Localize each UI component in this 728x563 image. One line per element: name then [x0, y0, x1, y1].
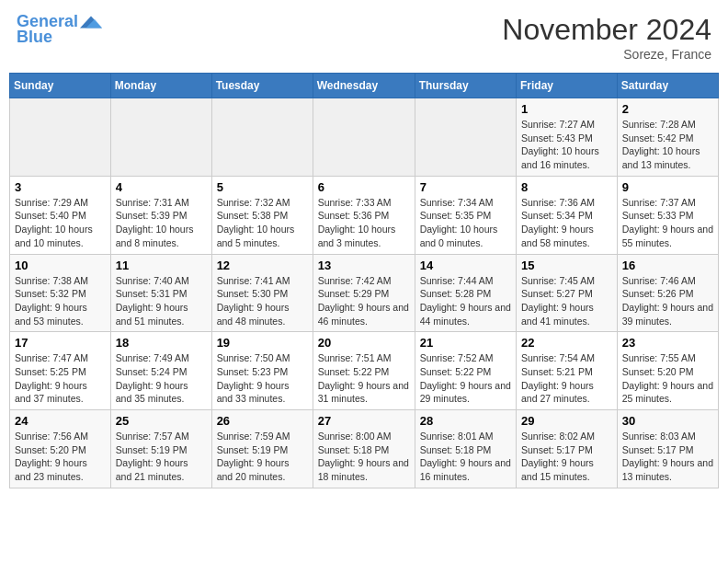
- day-number: 25: [116, 414, 207, 428]
- day-info: Sunrise: 7:41 AMSunset: 5:30 PMDaylight:…: [217, 274, 308, 328]
- day-info: Sunrise: 7:37 AMSunset: 5:33 PMDaylight:…: [622, 196, 713, 250]
- day-info: Sunrise: 7:54 AMSunset: 5:21 PMDaylight:…: [521, 351, 612, 406]
- day-info: Sunrise: 7:27 AMSunset: 5:43 PMDaylight:…: [521, 118, 612, 172]
- logo: General Blue: [17, 13, 102, 47]
- calendar-cell: 7Sunrise: 7:34 AMSunset: 5:35 PMDaylight…: [415, 176, 516, 254]
- day-info: Sunrise: 7:28 AMSunset: 5:42 PMDaylight:…: [622, 118, 713, 172]
- header-friday: Friday: [517, 74, 618, 98]
- day-info: Sunrise: 8:00 AMSunset: 5:18 PMDaylight:…: [318, 430, 410, 484]
- calendar-cell: 4Sunrise: 7:31 AMSunset: 5:39 PMDaylight…: [110, 176, 211, 254]
- header-tuesday: Tuesday: [211, 74, 313, 98]
- day-number: 13: [318, 259, 410, 272]
- day-info: Sunrise: 7:40 AMSunset: 5:31 PMDaylight:…: [116, 274, 207, 328]
- header-wednesday: Wednesday: [313, 74, 415, 98]
- header-saturday: Saturday: [617, 74, 718, 98]
- day-info: Sunrise: 7:33 AMSunset: 5:36 PMDaylight:…: [318, 196, 410, 250]
- calendar-cell: 8Sunrise: 7:36 AMSunset: 5:34 PMDaylight…: [517, 176, 618, 254]
- calendar-cell: 3Sunrise: 7:29 AMSunset: 5:40 PMDaylight…: [10, 176, 111, 254]
- day-info: Sunrise: 7:36 AMSunset: 5:34 PMDaylight:…: [521, 196, 612, 250]
- day-info: Sunrise: 7:45 AMSunset: 5:27 PMDaylight:…: [521, 274, 612, 328]
- day-number: 1: [521, 102, 612, 116]
- day-number: 6: [318, 180, 410, 194]
- calendar-cell: 16Sunrise: 7:46 AMSunset: 5:26 PMDayligh…: [617, 254, 718, 332]
- calendar-cell: 15Sunrise: 7:45 AMSunset: 5:27 PMDayligh…: [517, 254, 618, 332]
- calendar-cell: 12Sunrise: 7:41 AMSunset: 5:30 PMDayligh…: [211, 254, 313, 332]
- day-number: 20: [318, 336, 410, 350]
- day-info: Sunrise: 7:49 AMSunset: 5:24 PMDaylight:…: [116, 351, 207, 406]
- header-sunday: Sunday: [10, 74, 111, 98]
- day-number: 24: [15, 414, 106, 428]
- calendar-week-5: 24Sunrise: 7:56 AMSunset: 5:20 PMDayligh…: [10, 410, 719, 488]
- calendar-week-2: 3Sunrise: 7:29 AMSunset: 5:40 PMDaylight…: [10, 176, 719, 254]
- day-number: 29: [521, 414, 612, 428]
- calendar-week-4: 17Sunrise: 7:47 AMSunset: 5:25 PMDayligh…: [10, 332, 719, 410]
- day-info: Sunrise: 7:50 AMSunset: 5:23 PMDaylight:…: [217, 351, 308, 406]
- calendar-cell: 24Sunrise: 7:56 AMSunset: 5:20 PMDayligh…: [10, 410, 111, 488]
- calendar-cell: 26Sunrise: 7:59 AMSunset: 5:19 PMDayligh…: [211, 410, 313, 488]
- header-monday: Monday: [110, 74, 211, 98]
- day-info: Sunrise: 7:46 AMSunset: 5:26 PMDaylight:…: [622, 274, 713, 328]
- calendar-cell: [415, 98, 516, 177]
- calendar-cell: [313, 98, 415, 177]
- calendar-table: SundayMondayTuesdayWednesdayThursdayFrid…: [9, 73, 719, 488]
- day-number: 15: [521, 259, 612, 272]
- calendar-cell: 14Sunrise: 7:44 AMSunset: 5:28 PMDayligh…: [415, 254, 516, 332]
- calendar-cell: [211, 98, 313, 177]
- day-number: 23: [622, 336, 713, 350]
- day-number: 19: [217, 336, 308, 350]
- calendar-week-3: 10Sunrise: 7:38 AMSunset: 5:32 PMDayligh…: [10, 254, 719, 332]
- day-number: 28: [420, 414, 511, 428]
- calendar-cell: 27Sunrise: 8:00 AMSunset: 5:18 PMDayligh…: [313, 410, 415, 488]
- calendar-cell: 28Sunrise: 8:01 AMSunset: 5:18 PMDayligh…: [415, 410, 516, 488]
- day-info: Sunrise: 7:44 AMSunset: 5:28 PMDaylight:…: [420, 274, 511, 328]
- day-number: 11: [116, 259, 207, 272]
- day-number: 22: [521, 336, 612, 350]
- calendar-cell: 13Sunrise: 7:42 AMSunset: 5:29 PMDayligh…: [313, 254, 415, 332]
- calendar-cell: 9Sunrise: 7:37 AMSunset: 5:33 PMDaylight…: [617, 176, 718, 254]
- month-title: November 2024: [502, 13, 711, 47]
- day-info: Sunrise: 7:59 AMSunset: 5:19 PMDaylight:…: [217, 430, 308, 484]
- day-info: Sunrise: 7:47 AMSunset: 5:25 PMDaylight:…: [15, 351, 106, 406]
- calendar-cell: 23Sunrise: 7:55 AMSunset: 5:20 PMDayligh…: [617, 332, 718, 410]
- day-number: 7: [420, 180, 511, 194]
- day-info: Sunrise: 7:34 AMSunset: 5:35 PMDaylight:…: [420, 196, 511, 250]
- title-block: November 2024 Soreze, France: [502, 13, 711, 62]
- day-number: 14: [420, 259, 511, 272]
- day-info: Sunrise: 8:02 AMSunset: 5:17 PMDaylight:…: [521, 430, 612, 484]
- calendar-header: SundayMondayTuesdayWednesdayThursdayFrid…: [10, 74, 719, 98]
- calendar-cell: 29Sunrise: 8:02 AMSunset: 5:17 PMDayligh…: [517, 410, 618, 488]
- day-number: 18: [116, 336, 207, 350]
- calendar-cell: 30Sunrise: 8:03 AMSunset: 5:17 PMDayligh…: [617, 410, 718, 488]
- day-number: 10: [15, 259, 106, 272]
- day-info: Sunrise: 7:55 AMSunset: 5:20 PMDaylight:…: [622, 351, 713, 406]
- header-thursday: Thursday: [415, 74, 516, 98]
- day-number: 3: [15, 180, 106, 194]
- calendar-cell: [10, 98, 111, 177]
- calendar-week-1: 1Sunrise: 7:27 AMSunset: 5:43 PMDaylight…: [10, 98, 719, 177]
- day-number: 12: [217, 259, 308, 272]
- day-info: Sunrise: 7:52 AMSunset: 5:22 PMDaylight:…: [420, 351, 511, 406]
- calendar-cell: 5Sunrise: 7:32 AMSunset: 5:38 PMDaylight…: [211, 176, 313, 254]
- calendar-cell: 11Sunrise: 7:40 AMSunset: 5:31 PMDayligh…: [110, 254, 211, 332]
- day-info: Sunrise: 7:31 AMSunset: 5:39 PMDaylight:…: [116, 196, 207, 250]
- day-info: Sunrise: 7:56 AMSunset: 5:20 PMDaylight:…: [15, 430, 106, 484]
- day-info: Sunrise: 8:03 AMSunset: 5:17 PMDaylight:…: [622, 430, 713, 484]
- day-info: Sunrise: 7:51 AMSunset: 5:22 PMDaylight:…: [318, 351, 410, 406]
- day-number: 8: [521, 180, 612, 194]
- calendar-cell: 21Sunrise: 7:52 AMSunset: 5:22 PMDayligh…: [415, 332, 516, 410]
- calendar-cell: 10Sunrise: 7:38 AMSunset: 5:32 PMDayligh…: [10, 254, 111, 332]
- calendar-cell: 1Sunrise: 7:27 AMSunset: 5:43 PMDaylight…: [517, 98, 618, 177]
- day-number: 17: [15, 336, 106, 350]
- day-info: Sunrise: 7:29 AMSunset: 5:40 PMDaylight:…: [15, 196, 106, 250]
- calendar-cell: 6Sunrise: 7:33 AMSunset: 5:36 PMDaylight…: [313, 176, 415, 254]
- page-header: General Blue November 2024 Soreze, Franc…: [9, 9, 719, 65]
- day-number: 16: [622, 259, 713, 272]
- logo-icon: [80, 13, 102, 31]
- day-info: Sunrise: 8:01 AMSunset: 5:18 PMDaylight:…: [420, 430, 511, 484]
- calendar-cell: 17Sunrise: 7:47 AMSunset: 5:25 PMDayligh…: [10, 332, 111, 410]
- day-number: 5: [217, 180, 308, 194]
- day-info: Sunrise: 7:42 AMSunset: 5:29 PMDaylight:…: [318, 274, 410, 328]
- day-number: 26: [217, 414, 308, 428]
- calendar-cell: 2Sunrise: 7:28 AMSunset: 5:42 PMDaylight…: [617, 98, 718, 177]
- day-info: Sunrise: 7:57 AMSunset: 5:19 PMDaylight:…: [116, 430, 207, 484]
